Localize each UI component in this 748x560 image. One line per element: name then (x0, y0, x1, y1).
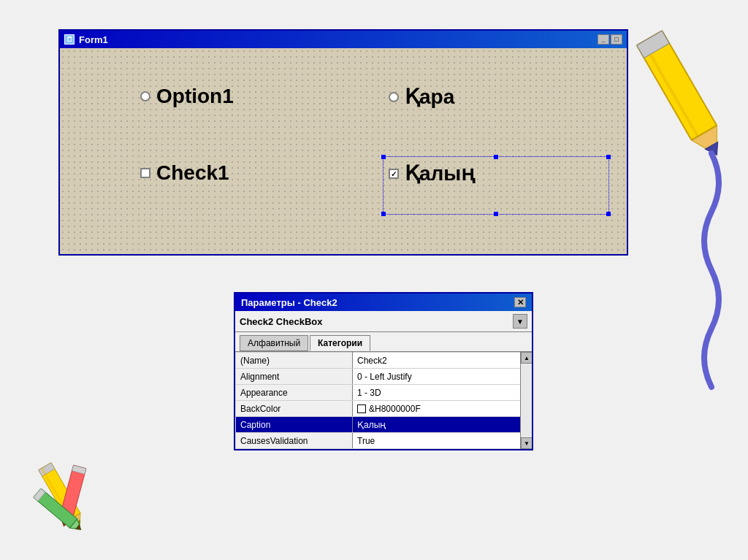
prop-name: CausesValidation (236, 433, 353, 449)
option1-control[interactable]: Option1 (140, 85, 234, 108)
handle-br (606, 212, 611, 216)
prop-value-selected: Қалың (353, 417, 532, 433)
table-row[interactable]: BackColor &H8000000F (236, 401, 532, 417)
handle-bl (381, 212, 386, 216)
form1-icon: 🗒 (64, 34, 75, 45)
scroll-up-button[interactable]: ▲ (521, 352, 532, 364)
props-title: Параметры - Check2 (241, 297, 337, 308)
prop-value: 0 - Left Justify (353, 369, 532, 385)
tab-categories[interactable]: Категории (310, 335, 370, 351)
squiggle-right (690, 146, 733, 402)
check2-label: Қалың (405, 161, 475, 185)
form1-window-controls: _ □ (598, 34, 622, 45)
prop-name: (Name) (236, 353, 353, 369)
prop-name: Alignment (236, 369, 353, 385)
prop-value: True (353, 433, 532, 449)
check1-checkbox[interactable] (140, 168, 150, 178)
props-tabs: Алфавитный Категории (235, 332, 532, 352)
prop-name-selected: Caption (236, 417, 353, 433)
table-row[interactable]: Appearance 1 - 3D (236, 385, 532, 401)
form1-body: Option1 Қара Check1 Қалың (60, 48, 627, 254)
prop-value: &H8000000F (353, 401, 532, 417)
form1-title: Form1 (79, 34, 108, 45)
tab-alphabetical[interactable]: Алфавитный (240, 335, 308, 351)
table-row-selected[interactable]: Caption Қалың (236, 417, 532, 433)
props-titlebar: Параметры - Check2 ✕ (235, 294, 532, 311)
props-object-selector[interactable]: Check2 CheckBox ▼ (235, 311, 532, 332)
backcolor-swatch (357, 404, 366, 413)
prop-name: Appearance (236, 385, 353, 401)
scrollbar: ▲ ▼ (520, 352, 532, 449)
check1-control[interactable]: Check1 (140, 161, 229, 185)
props-close-button[interactable]: ✕ (514, 297, 526, 307)
option1-radio[interactable] (140, 91, 150, 101)
handle-tr (606, 155, 611, 159)
form1-titlebar: 🗒 Form1 _ □ (60, 31, 627, 48)
check2-checkbox[interactable] (389, 169, 399, 179)
props-object-name: Check2 CheckBox (240, 316, 513, 327)
props-table: (Name) Check2 Alignment 0 - Left Justify… (235, 352, 532, 449)
option1-label: Option1 (156, 85, 234, 108)
handle-bc (494, 212, 498, 216)
check1-label: Check1 (156, 161, 229, 185)
form1-window: 🗒 Form1 _ □ Option1 Қара Check1 Қалың (58, 29, 628, 256)
prop-value: Check2 (353, 353, 532, 369)
pencils-bottom-left (15, 450, 124, 538)
table-row[interactable]: Alignment 0 - Left Justify (236, 369, 532, 385)
scroll-down-button[interactable]: ▼ (521, 437, 532, 449)
scroll-track (521, 364, 532, 437)
prop-name: BackColor (236, 401, 353, 417)
prop-value: 1 - 3D (353, 385, 532, 401)
check2-control[interactable]: Қалың (389, 161, 475, 185)
option2-radio[interactable] (389, 92, 399, 102)
props-panel: Параметры - Check2 ✕ Check2 CheckBox ▼ А… (234, 292, 533, 450)
minimize-button[interactable]: _ (598, 34, 609, 45)
props-dropdown-button[interactable]: ▼ (513, 314, 527, 329)
maximize-button[interactable]: □ (611, 34, 622, 45)
table-row[interactable]: (Name) Check2 (236, 353, 532, 369)
props-table-body: (Name) Check2 Alignment 0 - Left Justify… (236, 353, 532, 449)
props-table-container: (Name) Check2 Alignment 0 - Left Justify… (235, 352, 532, 449)
option2-control[interactable]: Қара (389, 85, 454, 109)
option2-label: Қара (405, 85, 454, 109)
handle-tl (381, 155, 386, 159)
handle-tc (494, 155, 498, 159)
table-row[interactable]: CausesValidation True (236, 433, 532, 449)
